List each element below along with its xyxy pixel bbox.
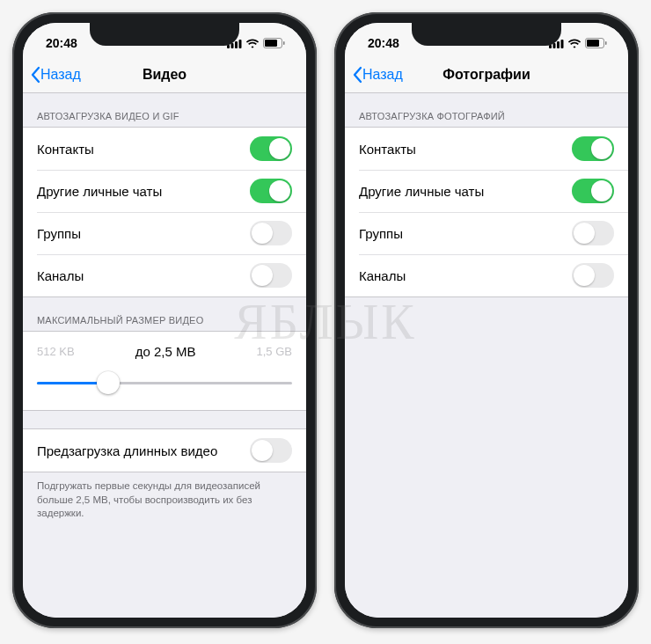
content-area[interactable]: АВТОЗАГРУЗКА ФОТОГРАФИЙ Контакты Другие … xyxy=(345,93,628,618)
canvas: 20:48 Назад Вид xyxy=(0,0,651,644)
row-label: Группы xyxy=(37,226,81,241)
toggle-contacts[interactable] xyxy=(572,136,614,161)
status-time: 20:48 xyxy=(46,36,77,50)
svg-rect-10 xyxy=(561,40,564,48)
svg-rect-6 xyxy=(283,41,285,45)
toggle-groups[interactable] xyxy=(250,221,292,245)
svg-rect-9 xyxy=(557,41,560,48)
toggle-preload[interactable] xyxy=(250,438,292,463)
row-label: Контакты xyxy=(37,142,94,157)
row-private-chats: Другие личные чаты xyxy=(23,170,306,212)
row-private-chats: Другие личные чаты xyxy=(345,170,628,212)
row-label: Предзагрузка длинных видео xyxy=(37,443,217,458)
svg-rect-2 xyxy=(235,41,238,48)
battery-icon xyxy=(263,38,285,48)
footer-text: Подгружать первые секунды для видеозапис… xyxy=(23,472,306,533)
toggle-private-chats[interactable] xyxy=(250,179,292,203)
slider-thumb[interactable] xyxy=(97,371,120,394)
row-label: Группы xyxy=(359,226,403,241)
video-size-slider[interactable] xyxy=(37,371,292,394)
slider-max-label: 1,5 GB xyxy=(257,345,292,358)
video-size-slider-row: 512 KB до 2,5 MB 1,5 GB xyxy=(23,331,306,411)
wifi-icon xyxy=(245,39,260,48)
toggle-private-chats[interactable] xyxy=(572,179,614,203)
row-label: Каналы xyxy=(359,268,406,283)
row-preload: Предзагрузка длинных видео xyxy=(23,428,306,472)
slider-current-label: до 2,5 MB xyxy=(75,344,257,359)
back-button[interactable]: Назад xyxy=(23,66,81,84)
phone-screen: 20:48 Назад Фот xyxy=(345,23,628,618)
svg-rect-12 xyxy=(587,40,599,47)
svg-rect-5 xyxy=(265,40,277,47)
notch xyxy=(412,23,561,46)
status-time: 20:48 xyxy=(368,36,399,50)
svg-rect-3 xyxy=(239,40,242,48)
svg-rect-13 xyxy=(605,41,607,45)
notch xyxy=(90,23,239,46)
row-label: Другие личные чаты xyxy=(359,184,484,199)
wifi-icon xyxy=(567,39,582,48)
toggle-channels[interactable] xyxy=(572,263,614,288)
section-header: АВТОЗАГРУЗКА ВИДЕО И GIF xyxy=(23,93,306,127)
phone-screen: 20:48 Назад Вид xyxy=(23,23,306,618)
nav-bar: Назад Видео xyxy=(23,56,306,93)
row-channels: Каналы xyxy=(345,254,628,297)
chevron-left-icon xyxy=(30,66,40,84)
section-header: АВТОЗАГРУЗКА ФОТОГРАФИЙ xyxy=(345,93,628,127)
row-label: Контакты xyxy=(359,142,416,157)
row-channels: Каналы xyxy=(23,254,306,297)
row-label: Другие личные чаты xyxy=(37,184,162,199)
section-header: МАКСИМАЛЬНЫЙ РАЗМЕР ВИДЕО xyxy=(23,297,306,331)
row-label: Каналы xyxy=(37,268,84,283)
back-label: Назад xyxy=(40,67,81,83)
row-groups: Группы xyxy=(345,212,628,254)
row-contacts: Контакты xyxy=(23,127,306,170)
phone-frame: 20:48 Назад Фот xyxy=(334,12,639,628)
phone-frame: 20:48 Назад Вид xyxy=(12,12,317,628)
row-contacts: Контакты xyxy=(345,127,628,170)
slider-min-label: 512 KB xyxy=(37,345,75,358)
toggle-groups[interactable] xyxy=(572,221,614,245)
toggle-channels[interactable] xyxy=(250,263,292,288)
toggle-contacts[interactable] xyxy=(250,136,292,161)
battery-icon xyxy=(585,38,607,48)
row-groups: Группы xyxy=(23,212,306,254)
back-button[interactable]: Назад xyxy=(345,66,403,84)
content-area[interactable]: АВТОЗАГРУЗКА ВИДЕО И GIF Контакты Другие… xyxy=(23,93,306,618)
nav-bar: Назад Фотографии xyxy=(345,56,628,93)
chevron-left-icon xyxy=(352,66,362,84)
back-label: Назад xyxy=(362,67,403,83)
